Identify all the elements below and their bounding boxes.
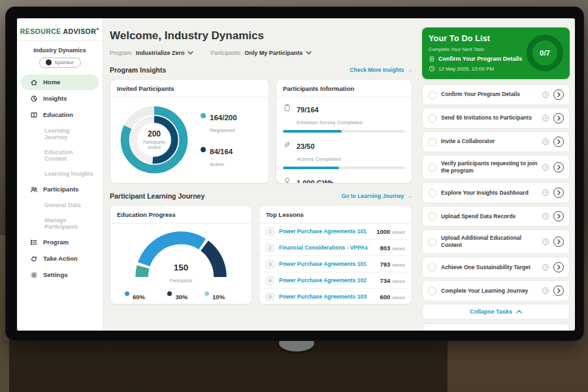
card-title: Top Lessons — [259, 206, 412, 223]
sidebar-item-program[interactable]: Program — [21, 235, 99, 250]
sidebar-item-education[interactable]: Education — [21, 107, 99, 123]
legend-registered: 164/200 Registered — [201, 111, 237, 135]
todo-checkbox[interactable] — [428, 287, 436, 295]
chevron-right-button[interactable] — [553, 113, 564, 123]
todo-checkbox[interactable] — [428, 163, 436, 172]
sidebar-item-learning-insights[interactable]: Learning Insights — [21, 167, 99, 181]
lesson-link[interactable]: Power Purchase Agreements 101 — [279, 261, 375, 267]
legend-label: Registered — [210, 127, 235, 133]
todo-item[interactable]: Achieve One Sustainability Target ? — [422, 257, 570, 278]
sidebar-item-label: Take Action — [43, 255, 78, 262]
chevron-right-button[interactable] — [553, 162, 564, 172]
sidebar-item-insights[interactable]: Insights — [21, 91, 99, 106]
collapse-label: Collapse Tasks — [470, 308, 512, 315]
help-icon[interactable]: ? — [542, 213, 549, 220]
filter-bar: Program: Industrialize Zero Participants… — [110, 50, 412, 56]
sidebar-item-label: Insights — [43, 95, 67, 102]
todo-item[interactable]: Confirm Your Program Details ? — [422, 84, 570, 105]
todo-item[interactable]: Verify participants requesting to join t… — [422, 155, 570, 180]
todo-item-label: Achieve One Sustainability Target — [441, 264, 538, 271]
sidebar-item-learning-journey[interactable]: Learning Journey — [21, 123, 99, 144]
todo-checkbox[interactable] — [428, 238, 436, 246]
todo-checkbox[interactable] — [428, 263, 436, 272]
legend-dot-registered — [201, 113, 206, 118]
program-dropdown[interactable]: Program: Industrialize Zero — [110, 50, 193, 56]
todo-progress-ring: 0/7 — [527, 35, 563, 71]
check-more-insights-link[interactable]: Check More Insights → — [350, 67, 412, 73]
todo-item[interactable]: Complete Your Learning Journey ? — [422, 280, 570, 301]
lesson-row: 2 Financial Considerations - VPPAs 803 v… — [259, 240, 412, 256]
chevron-right-icon — [558, 165, 560, 169]
todo-item[interactable]: Upload Spend Data Records ? — [422, 206, 570, 227]
app-window: RESOURCE ADVISOR+ Industry Dynamics Spon… — [17, 18, 575, 331]
lesson-link[interactable]: Power Purchase Agreements 102 — [279, 277, 375, 284]
lesson-link[interactable]: Financial Considerations - VPPAs — [279, 244, 375, 251]
task-clipboard-icon — [429, 56, 435, 62]
help-icon[interactable]: ? — [542, 189, 549, 196]
todo-item[interactable]: Send 50 Invitations to Participants ? — [422, 108, 570, 129]
legend-dot-pending — [167, 291, 172, 296]
help-icon[interactable]: ? — [542, 91, 549, 98]
help-icon[interactable]: ? — [542, 264, 549, 270]
lesson-link[interactable]: Power Purchase Agreements 103 — [279, 293, 375, 300]
top-lessons-card: Top Lessons 1 Power Purchase Agreements … — [259, 205, 412, 304]
chevron-right-button[interactable] — [553, 188, 564, 198]
todo-item[interactable]: Invite a Collaborator ? — [422, 131, 570, 152]
chevron-right-button[interactable] — [553, 137, 564, 147]
go-to-learning-journey-link[interactable]: Go to Learning Journey → — [342, 193, 412, 199]
donut-center-label: Participants Invited — [139, 140, 169, 150]
chevron-right-button[interactable] — [553, 237, 564, 247]
sidebar-item-home[interactable]: Home — [21, 74, 99, 90]
sidebar-item-manage-participants[interactable]: Manage Participants — [21, 213, 99, 234]
todo-checkbox[interactable] — [428, 138, 436, 146]
chevron-right-icon — [558, 140, 560, 144]
chevron-right-button[interactable] — [553, 262, 564, 272]
help-icon[interactable]: ? — [542, 164, 549, 171]
chevron-right-button[interactable] — [553, 90, 564, 100]
sidebar-item-take-action[interactable]: Take Action — [21, 251, 99, 267]
help-icon[interactable]: ? — [542, 238, 549, 245]
todo-checkbox[interactable] — [428, 114, 436, 123]
logo-plus: + — [96, 26, 99, 32]
sidebar-item-general-data[interactable]: General Data — [21, 198, 99, 212]
take-action-icon — [30, 255, 38, 263]
lesson-rank: 4 — [266, 276, 274, 285]
todo-checkbox[interactable] — [428, 212, 436, 221]
todo-item[interactable]: Upload Additional Educational Content ? — [422, 229, 570, 254]
learning-journey-heading: Participant Learning Journey — [110, 192, 204, 200]
legend-pending: 30% Pending — [167, 290, 193, 304]
info-row-survey: 79/164 Emission Survey Completed — [283, 100, 405, 137]
clock-icon — [429, 65, 435, 72]
todo-checkbox[interactable] — [428, 91, 436, 99]
logo-resource: RESOURCE — [20, 27, 61, 35]
sidebar-item-participants[interactable]: Participants — [21, 182, 99, 197]
help-icon[interactable]: ? — [542, 139, 549, 145]
help-icon[interactable]: ? — [542, 115, 549, 122]
todo-next-task: Confirm Your Program Details — [438, 56, 522, 62]
info-row-actions: 23/50 Actions Completed — [283, 137, 405, 173]
app-logo: RESOURCE ADVISOR+ — [17, 25, 103, 41]
todo-item-label: Verify participants requesting to join t… — [441, 160, 538, 174]
chevron-right-button[interactable] — [553, 211, 564, 221]
chevron-right-button[interactable] — [553, 286, 564, 296]
legend-active: 84/164 Active — [201, 145, 237, 169]
org-name: Industry Dynamics — [17, 47, 103, 54]
todo-checkbox[interactable] — [428, 189, 436, 197]
settings-gear-icon — [30, 271, 38, 279]
lesson-rank: 5 — [266, 293, 274, 301]
help-icon[interactable]: ? — [542, 287, 549, 294]
sidebar-item-education-content[interactable]: Education Content — [21, 145, 99, 166]
participants-dropdown[interactable]: Participants: Only My Participants — [210, 50, 312, 56]
legend-pct: 10% — [212, 293, 225, 301]
sidebar-item-settings[interactable]: Settings — [21, 267, 99, 283]
participants-information-card: Participants Information 79/164 Emission… — [276, 79, 412, 184]
survey-progress-fill — [283, 130, 342, 133]
lesson-link[interactable]: Power Purchase Agreements 101 — [279, 228, 372, 235]
todo-panel: Your To Do List Complete Your Next Task:… — [418, 18, 575, 331]
todo-item[interactable]: Explore Your Insights Dashboard ? — [422, 182, 570, 203]
lesson-row: 1 Power Purchase Agreements 101 1000 vie… — [259, 223, 412, 240]
collapse-tasks-link[interactable]: Collapse Tasks — [422, 304, 570, 319]
program-insights-heading: Program Insights — [110, 66, 166, 74]
chevron-down-icon — [188, 51, 193, 55]
info-value: 1,000 GWh — [297, 179, 333, 184]
